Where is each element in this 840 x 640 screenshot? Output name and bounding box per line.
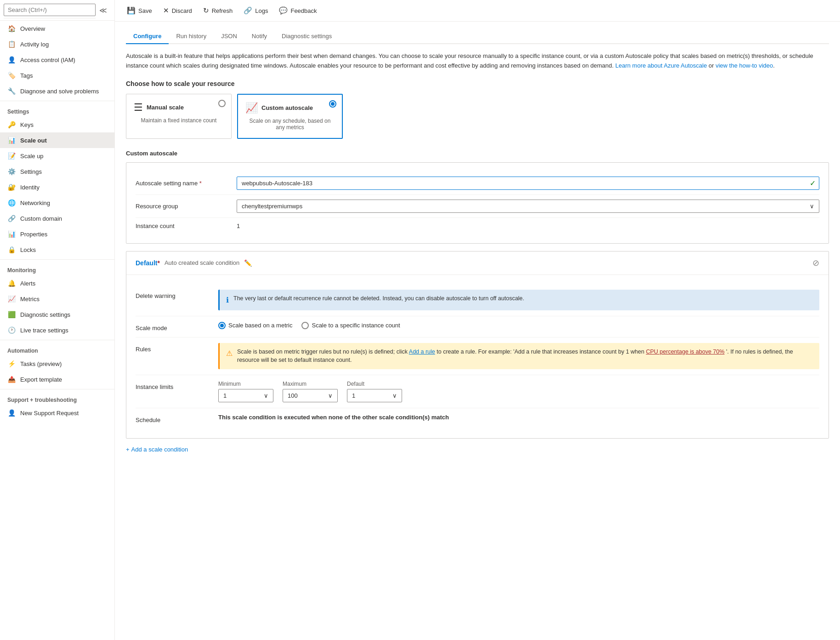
logs-button[interactable]: 🔗 Logs	[239, 4, 272, 17]
tab-run-history[interactable]: Run history	[169, 29, 214, 44]
automation-section-label: Automation	[0, 342, 114, 356]
nav-settings[interactable]: ⚙️ Settings	[0, 164, 114, 179]
nav-locks[interactable]: 🔒 Locks	[0, 242, 114, 257]
scale-mode-metric-option[interactable]: Scale based on a metric	[218, 322, 292, 329]
logs-icon: 🔗	[244, 6, 252, 15]
learn-more-link[interactable]: Learn more about Azure Autoscale	[615, 62, 707, 69]
schedule-row: Schedule This scale condition is execute…	[136, 408, 819, 429]
nav-metrics[interactable]: 📈 Metrics	[0, 291, 114, 307]
scale-out-icon: 📊	[7, 136, 16, 144]
refresh-button[interactable]: ↻ Refresh	[199, 4, 238, 17]
default-select[interactable]: 1 ∨	[347, 389, 402, 402]
nav-new-support[interactable]: 👤 New Support Request	[0, 405, 114, 421]
delete-warning-text: The very last or default recurrence rule…	[233, 294, 524, 303]
search-input[interactable]	[4, 4, 96, 16]
minimum-select[interactable]: 1 ∨	[218, 389, 273, 402]
refresh-icon: ↻	[203, 6, 209, 15]
custom-scale-title: Custom autoscale	[261, 104, 313, 111]
delete-condition-icon[interactable]: ⊘	[812, 258, 819, 268]
autoscale-form-card: Autoscale setting name * ✓ Resource grou…	[126, 162, 829, 244]
live-trace-icon: 🕐	[7, 326, 16, 334]
diagnostic-settings-icon: 🟩	[7, 310, 16, 319]
info-icon: ℹ	[226, 295, 229, 306]
toolbar: 💾 Save ✕ Discard ↻ Refresh 🔗 Logs 💬 Feed…	[115, 0, 840, 22]
scale-mode-row: Scale mode Scale based on a metric Scale…	[136, 316, 819, 337]
choose-scale-title: Choose how to scale your resource	[126, 80, 829, 87]
identity-icon: 🔐	[7, 183, 16, 191]
nav-label-properties: Properties	[20, 231, 47, 238]
save-button[interactable]: 💾 Save	[122, 4, 157, 17]
nav-tasks[interactable]: ⚡ Tasks (preview)	[0, 356, 114, 371]
scale-mode-specific-option[interactable]: Scale to a specific instance count	[301, 322, 400, 329]
add-scale-condition-link[interactable]: + Add a scale condition	[126, 446, 829, 453]
add-rule-link[interactable]: Add a rule	[409, 349, 435, 355]
scale-mode-metric-radio	[218, 322, 226, 329]
scale-options: ☰ Manual scale Maintain a fixed instance…	[126, 94, 829, 139]
nav-overview[interactable]: 🏠 Overview	[0, 21, 114, 36]
rules-warning-box: ⚠ Scale is based on metric trigger rules…	[218, 343, 819, 370]
nav-label-scale-up: Scale up	[20, 153, 44, 160]
instance-count-label: Instance count	[136, 223, 237, 229]
add-icon: +	[126, 446, 130, 453]
autoscale-name-row: Autoscale setting name * ✓	[136, 172, 819, 195]
manual-scale-card[interactable]: ☰ Manual scale Maintain a fixed instance…	[126, 94, 232, 139]
nav-label-locks: Locks	[20, 246, 36, 253]
nav-alerts[interactable]: 🔔 Alerts	[0, 275, 114, 291]
instance-limits-controls: Minimum 1 ∨ Maximum 100 ∨	[218, 381, 402, 402]
new-support-icon: 👤	[7, 409, 16, 417]
nav-label-activity-log: Activity log	[20, 41, 49, 48]
nav-label-overview: Overview	[20, 25, 45, 32]
tab-configure[interactable]: Configure	[126, 29, 169, 44]
nav-tags[interactable]: 🏷️ Tags	[0, 68, 114, 83]
nav-access-control[interactable]: 👤 Access control (IAM)	[0, 52, 114, 68]
nav-scale-up[interactable]: 📝 Scale up	[0, 148, 114, 164]
custom-scale-icon: 📈	[245, 102, 258, 114]
description-period: .	[773, 62, 775, 69]
manual-scale-radio[interactable]	[218, 100, 226, 107]
manual-scale-title: Manual scale	[147, 104, 184, 111]
nav-diagnose[interactable]: 🔧 Diagnose and solve problems	[0, 83, 114, 99]
activity-log-icon: 📋	[7, 40, 16, 48]
collapse-button[interactable]: ≪	[96, 4, 111, 17]
nav-label-new-support: New Support Request	[20, 410, 79, 417]
nav-networking[interactable]: 🌐 Networking	[0, 195, 114, 211]
nav-activity-log[interactable]: 📋 Activity log	[0, 36, 114, 52]
default-limit-group: Default 1 ∨	[347, 381, 402, 402]
alerts-icon: 🔔	[7, 279, 16, 287]
nav-properties[interactable]: 📊 Properties	[0, 226, 114, 242]
nav-label-keys: Keys	[20, 121, 34, 128]
edit-icon[interactable]: ✏️	[244, 259, 252, 267]
custom-scale-radio[interactable]	[329, 100, 336, 108]
maximum-select[interactable]: 100 ∨	[283, 389, 338, 402]
nav-custom-domain[interactable]: 🔗 Custom domain	[0, 211, 114, 226]
tab-notify[interactable]: Notify	[244, 29, 274, 44]
content-area: Configure Run history JSON Notify Diagno…	[115, 22, 840, 640]
nav-scale-out[interactable]: 📊 Scale out	[0, 132, 114, 148]
nav-keys[interactable]: 🔑 Keys	[0, 117, 114, 132]
default-label: Default	[347, 381, 402, 387]
tab-diagnostic-settings[interactable]: Diagnostic settings	[274, 29, 339, 44]
custom-radio-circle	[329, 100, 336, 108]
nav-label-tasks: Tasks (preview)	[20, 360, 62, 367]
nav-live-trace[interactable]: 🕐 Live trace settings	[0, 322, 114, 338]
scale-mode-label: Scale mode	[136, 322, 218, 331]
keys-icon: 🔑	[7, 120, 16, 129]
properties-icon: 📊	[7, 230, 16, 238]
scale-mode-options: Scale based on a metric Scale to a speci…	[218, 322, 400, 329]
how-to-video-link[interactable]: view the how-to video	[715, 62, 773, 69]
custom-autoscale-card[interactable]: 📈 Custom autoscale Scale on any schedule…	[237, 94, 343, 139]
discard-button[interactable]: ✕ Discard	[159, 4, 197, 17]
resource-group-select[interactable]: chenyltestpremiumwps ∨	[237, 200, 819, 213]
nav-diagnostic-settings[interactable]: 🟩 Diagnostic settings	[0, 307, 114, 322]
nav-identity[interactable]: 🔐 Identity	[0, 179, 114, 195]
tab-json[interactable]: JSON	[214, 29, 244, 44]
minimum-chevron-icon: ∨	[264, 392, 268, 399]
manual-radio-circle	[218, 100, 226, 107]
instance-limits-label: Instance limits	[136, 381, 218, 390]
access-control-icon: 👤	[7, 56, 16, 64]
feedback-label: Feedback	[290, 7, 317, 14]
overview-icon: 🏠	[7, 24, 16, 33]
nav-export-template[interactable]: 📤 Export template	[0, 371, 114, 387]
feedback-button[interactable]: 💬 Feedback	[274, 4, 321, 17]
autoscale-name-input[interactable]	[237, 177, 819, 190]
